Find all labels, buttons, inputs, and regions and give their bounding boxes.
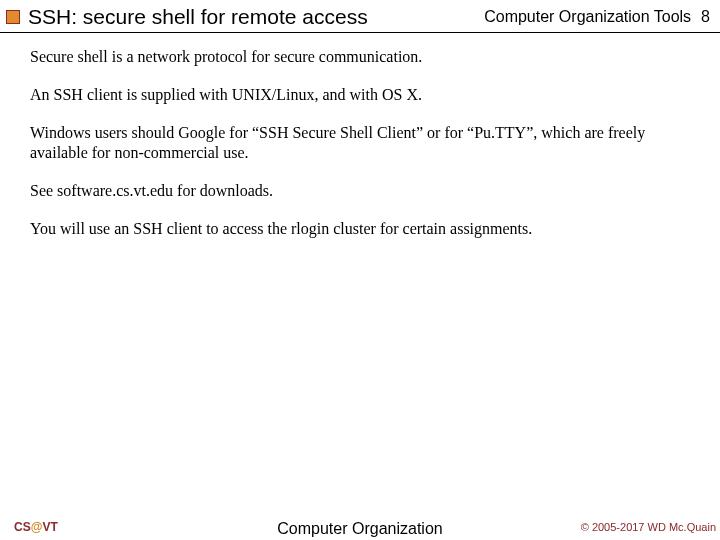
footer-org-cs: CS <box>14 520 31 534</box>
footer-org: CS@VT <box>14 520 58 534</box>
course-label: Computer Organization Tools <box>484 8 691 26</box>
slide: SSH: secure shell for remote access Comp… <box>0 0 720 540</box>
body-paragraph: An SSH client is supplied with UNIX/Linu… <box>30 85 700 105</box>
slide-body: Secure shell is a network protocol for s… <box>0 33 720 239</box>
body-paragraph: Secure shell is a network protocol for s… <box>30 47 700 67</box>
page-number: 8 <box>701 8 710 26</box>
footer-copyright: © 2005-2017 WD Mc.Quain <box>581 521 716 533</box>
slide-header: SSH: secure shell for remote access Comp… <box>0 0 720 32</box>
body-paragraph: You will use an SSH client to access the… <box>30 219 700 239</box>
footer-org-vt: VT <box>42 520 57 534</box>
slide-footer: CS@VT Computer Organization © 2005-2017 … <box>0 520 720 534</box>
footer-org-at: @ <box>31 520 43 534</box>
square-bullet-icon <box>6 10 20 24</box>
body-paragraph: See software.cs.vt.edu for downloads. <box>30 181 700 201</box>
footer-course: Computer Organization <box>277 520 442 538</box>
slide-title: SSH: secure shell for remote access <box>28 5 480 29</box>
body-paragraph: Windows users should Google for “SSH Sec… <box>30 123 700 163</box>
